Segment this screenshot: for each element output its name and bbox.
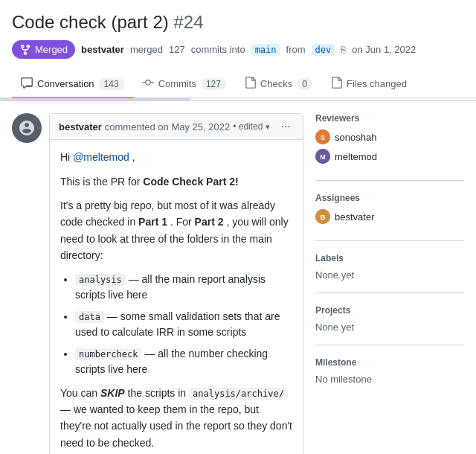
svg-text:S: S <box>321 134 325 141</box>
pr-author[interactable]: bestvater <box>81 44 124 55</box>
comment-date: commented on May 25, 2022 <box>105 121 230 132</box>
main-branch[interactable]: main <box>251 44 280 56</box>
comment-header-left: bestvater commented on May 25, 2022 • ed… <box>59 121 270 132</box>
more-options-button[interactable]: ··· <box>278 120 294 133</box>
edit-caret-icon[interactable]: ▾ <box>266 122 270 132</box>
tab-commits-label: Commits <box>158 78 196 89</box>
reviewer-name-sonoshah[interactable]: sonoshah <box>335 132 376 143</box>
tab-files-changed[interactable]: Files changed <box>321 71 416 98</box>
list-item: data — some small validation sets that a… <box>75 309 292 340</box>
tab-conversation[interactable]: Conversation 143 <box>12 71 133 98</box>
merged-badge: Merged <box>12 40 75 59</box>
tab-checks-label: Checks <box>260 78 292 89</box>
main-thread: bestvater commented on May 25, 2022 • ed… <box>12 113 303 454</box>
comment-edited-label: • edited <box>233 121 263 132</box>
list-item: analysis — all the main report analysis … <box>75 272 292 303</box>
milestone-none: No milestone <box>315 374 464 385</box>
reviewer-avatar-meltemod: M <box>315 149 330 164</box>
reviewers-section: Reviewers S sonoshah M meltemod <box>315 113 464 181</box>
milestone-title: Milestone <box>315 357 464 368</box>
reviewers-title: Reviewers <box>315 113 464 124</box>
pr-meta: Merged bestvater merged 127 commits into… <box>12 40 464 59</box>
tab-conversation-label: Conversation <box>37 78 94 89</box>
mention-meltemod[interactable]: @meltemod <box>73 151 129 163</box>
comment-wrapper: bestvater commented on May 25, 2022 • ed… <box>12 113 303 454</box>
commits-count: 127 <box>201 78 226 90</box>
assignee-name-bestvater[interactable]: bestvater <box>335 211 374 223</box>
commits-icon <box>142 77 154 91</box>
conversation-count: 143 <box>99 78 124 90</box>
checks-count: 0 <box>297 78 312 90</box>
checks-icon <box>244 77 256 91</box>
projects-title: Projects <box>315 305 464 316</box>
tab-files-changed-label: Files changed <box>347 78 407 89</box>
reviewer-name-meltemod[interactable]: meltemod <box>335 151 377 162</box>
tab-checks[interactable]: Checks 0 <box>235 71 321 98</box>
scroll-thumb[interactable] <box>0 98 190 100</box>
sidebar: Reviewers S sonoshah M meltemod Assignee… <box>315 113 464 454</box>
labels-title: Labels <box>315 253 464 263</box>
comment-line5: You can SKIP the scripts in analysis/arc… <box>60 385 292 452</box>
labels-section: Labels None yet <box>315 253 464 293</box>
avatar <box>12 113 42 143</box>
tab-commits[interactable]: Commits 127 <box>133 71 235 98</box>
comment-author[interactable]: bestvater <box>59 121 102 132</box>
comment-line3: It's a pretty big repo, but most of it w… <box>60 197 292 264</box>
assignees-title: Assignees <box>315 193 464 203</box>
projects-section: Projects None yet <box>315 305 464 345</box>
svg-text:M: M <box>320 153 326 161</box>
merge-icon <box>19 43 31 56</box>
comment-line1: Hi @meltemod , <box>60 149 292 165</box>
dev-branch[interactable]: dev <box>312 44 335 56</box>
comment-header-right: ··· <box>278 120 294 133</box>
tabs-bar: Conversation 143 Commits 127 Checks 0 Fi… <box>0 71 476 98</box>
svg-text:B: B <box>321 214 326 221</box>
labels-none: None yet <box>315 269 464 281</box>
projects-none: None yet <box>315 322 464 333</box>
content-area: bestvater commented on May 25, 2022 • ed… <box>0 101 476 454</box>
comment-box: bestvater commented on May 25, 2022 • ed… <box>49 113 303 454</box>
assignee-bestvater: B bestvater <box>315 209 464 224</box>
folder-list: analysis — all the main report analysis … <box>60 272 292 377</box>
comment-header: bestvater commented on May 25, 2022 • ed… <box>50 114 303 140</box>
list-item: numbercheck — all the number checking sc… <box>75 346 292 377</box>
assignees-section: Assignees B bestvater <box>315 193 464 241</box>
pr-title: Code check (part 2) #24 <box>12 12 464 33</box>
comment-line2: This is the PR for Code Check Part 2! <box>60 173 292 190</box>
reviewer-avatar-sonoshah: S <box>315 130 330 144</box>
milestone-section: Milestone No milestone <box>315 357 464 397</box>
reviewer-meltemod: M meltemod <box>315 149 464 164</box>
reviewer-sonoshah: S sonoshah <box>315 130 464 144</box>
scroll-area <box>0 98 476 101</box>
copy-branch-icon[interactable]: ⎘ <box>341 45 346 55</box>
files-icon <box>330 77 342 91</box>
assignee-avatar-bestvater: B <box>315 209 330 224</box>
conversation-icon <box>21 77 33 91</box>
comment-body: Hi @meltemod , This is the PR for Code C… <box>50 140 303 454</box>
